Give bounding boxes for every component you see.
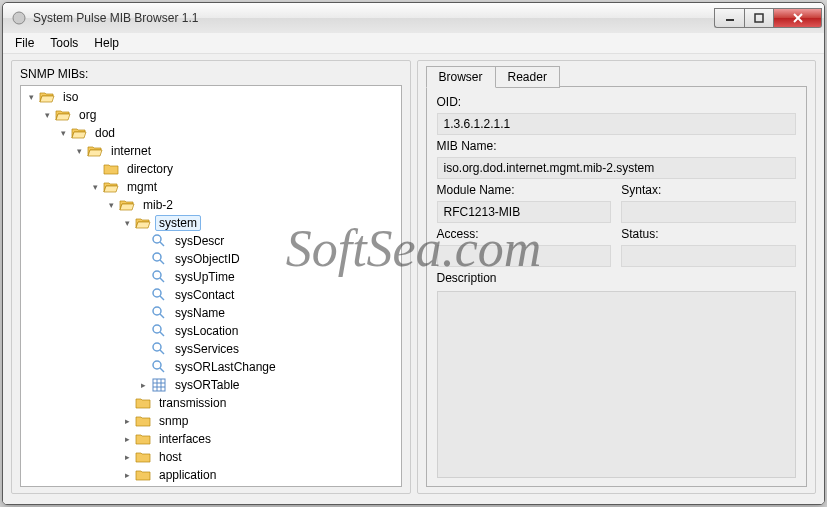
window-title: System Pulse MIB Browser 1.1: [33, 11, 714, 25]
tab-body: OID: 1.3.6.1.2.1.1 MIB Name: iso.org.dod…: [426, 86, 808, 487]
tree-node-sysName[interactable]: sysName: [21, 304, 401, 322]
tree-node-dod[interactable]: ▾dod: [21, 124, 401, 142]
folder-open-icon: [103, 179, 119, 195]
folder-closed-icon: [103, 161, 119, 177]
tree-node-label: snmp: [155, 413, 192, 429]
tree-node-org[interactable]: ▾org: [21, 106, 401, 124]
tree-node-sysServices[interactable]: sysServices: [21, 340, 401, 358]
table-icon: [151, 377, 167, 393]
expand-toggle-icon[interactable]: ▾: [25, 91, 37, 103]
folder-open-icon: [71, 125, 87, 141]
tree-node-system[interactable]: ▾system: [21, 214, 401, 232]
tree-node-label: system: [155, 215, 201, 231]
leaf-icon: [151, 287, 167, 303]
folder-open-icon: [55, 107, 71, 123]
expand-toggle-icon[interactable]: ▾: [121, 217, 133, 229]
tree-node-label: sysObjectID: [171, 251, 244, 267]
tree-node-sysORTable[interactable]: ▸sysORTable: [21, 376, 401, 394]
svg-point-19: [153, 361, 161, 369]
svg-point-13: [153, 307, 161, 315]
tree-node-label: directory: [123, 161, 177, 177]
expand-toggle-icon[interactable]: ▾: [57, 127, 69, 139]
expand-toggle-icon[interactable]: ▸: [121, 469, 133, 481]
expand-toggle-icon[interactable]: ▸: [137, 379, 149, 391]
titlebar[interactable]: System Pulse MIB Browser 1.1: [3, 3, 824, 33]
tree-node-label: iso: [59, 89, 82, 105]
access-value: [437, 245, 612, 267]
svg-line-14: [160, 314, 164, 318]
tree-node-sysDescr[interactable]: sysDescr: [21, 232, 401, 250]
status-label: Status:: [621, 227, 796, 241]
mibname-value: iso.org.dod.internet.mgmt.mib-2.system: [437, 157, 797, 179]
svg-line-20: [160, 368, 164, 372]
description-label: Description: [437, 271, 797, 285]
tree-node-sysORLastChange[interactable]: sysORLastChange: [21, 358, 401, 376]
tree-node-label: sysUpTime: [171, 269, 239, 285]
menu-file[interactable]: File: [7, 34, 42, 52]
close-button[interactable]: [774, 8, 822, 28]
status-value: [621, 245, 796, 267]
expand-toggle-icon[interactable]: ▾: [105, 199, 117, 211]
tab-reader[interactable]: Reader: [495, 66, 560, 88]
svg-point-0: [13, 12, 25, 24]
module-label: Module Name:: [437, 183, 612, 197]
tree-node-sysObjectID[interactable]: sysObjectID: [21, 250, 401, 268]
tree-node-label: mgmt: [123, 179, 161, 195]
content-area: SNMP MIBs: ▾iso▾org▾dod▾internetdirector…: [3, 54, 824, 504]
svg-line-12: [160, 296, 164, 300]
leaf-icon: [151, 269, 167, 285]
tree-node-at[interactable]: ▸at: [21, 484, 401, 486]
syntax-value: [621, 201, 796, 223]
tree-node-transmission[interactable]: transmission: [21, 394, 401, 412]
expand-toggle-icon[interactable]: ▾: [89, 181, 101, 193]
tree-node-label: interfaces: [155, 431, 215, 447]
svg-line-10: [160, 278, 164, 282]
leaf-icon: [151, 251, 167, 267]
tree-node-label: sysORLastChange: [171, 359, 280, 375]
tree-node-directory[interactable]: directory: [21, 160, 401, 178]
tree-node-label: sysORTable: [171, 377, 243, 393]
svg-rect-2: [755, 14, 763, 22]
tree-node-label: mib-2: [139, 197, 177, 213]
details-panel: Browser Reader OID: 1.3.6.1.2.1.1 MIB Na…: [417, 60, 817, 494]
tree-node-mgmt[interactable]: ▾mgmt: [21, 178, 401, 196]
tree-node-label: sysName: [171, 305, 229, 321]
tree-node-label: sysDescr: [171, 233, 228, 249]
svg-point-17: [153, 343, 161, 351]
tree-node-internet[interactable]: ▾internet: [21, 142, 401, 160]
oid-value: 1.3.6.1.2.1.1: [437, 113, 797, 135]
menubar: File Tools Help: [3, 33, 824, 54]
tree-node-snmp[interactable]: ▸snmp: [21, 412, 401, 430]
description-box: [437, 291, 797, 478]
tree-node-iso[interactable]: ▾iso: [21, 88, 401, 106]
folder-open-icon: [135, 215, 151, 231]
tree-node-sysUpTime[interactable]: sysUpTime: [21, 268, 401, 286]
tree-scroll[interactable]: ▾iso▾org▾dod▾internetdirectory▾mgmt▾mib-…: [21, 86, 401, 486]
maximize-button[interactable]: [744, 8, 774, 28]
svg-point-11: [153, 289, 161, 297]
tree-node-sysLocation[interactable]: sysLocation: [21, 322, 401, 340]
tree-node-label: org: [75, 107, 100, 123]
tree-node-label: host: [155, 449, 186, 465]
tree-node-application[interactable]: ▸application: [21, 466, 401, 484]
expand-toggle-icon[interactable]: ▸: [121, 451, 133, 463]
syntax-label: Syntax:: [621, 183, 796, 197]
mibname-label: MIB Name:: [437, 139, 797, 153]
menu-help[interactable]: Help: [86, 34, 127, 52]
folder-closed-icon: [135, 395, 151, 411]
leaf-icon: [151, 305, 167, 321]
tree-node-label: at: [155, 485, 173, 486]
expand-toggle-icon[interactable]: ▸: [121, 433, 133, 445]
minimize-button[interactable]: [714, 8, 744, 28]
tree-node-host[interactable]: ▸host: [21, 448, 401, 466]
expand-toggle-icon[interactable]: ▸: [121, 415, 133, 427]
tree-label: SNMP MIBs:: [20, 67, 402, 81]
tree-node-sysContact[interactable]: sysContact: [21, 286, 401, 304]
tab-browser[interactable]: Browser: [426, 66, 496, 88]
tree-node-mib-2[interactable]: ▾mib-2: [21, 196, 401, 214]
folder-open-icon: [87, 143, 103, 159]
tree-node-interfaces[interactable]: ▸interfaces: [21, 430, 401, 448]
menu-tools[interactable]: Tools: [42, 34, 86, 52]
expand-toggle-icon[interactable]: ▾: [73, 145, 85, 157]
expand-toggle-icon[interactable]: ▾: [41, 109, 53, 121]
